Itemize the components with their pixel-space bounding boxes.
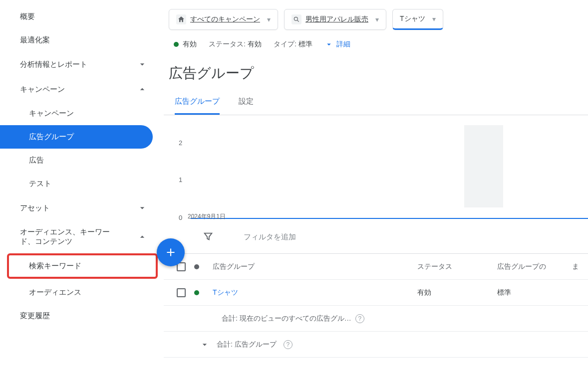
filter-placeholder: フィルタを追加 [244,232,296,242]
breadcrumb-adgroup[interactable]: Tシャツ ▾ [392,9,443,30]
nav-sub-ads[interactable]: 広告 [0,149,160,172]
nav-label: テスト [29,179,51,189]
filter-icon [203,231,214,243]
nav-label: オーディエンス [29,288,81,297]
status-label: ステータス: [209,40,246,49]
table-summary-row: 合計: 現在のビューのすべての広告グル… ? [164,306,588,332]
nav-sub-tests[interactable]: テスト [0,172,160,195]
help-icon[interactable]: ? [284,340,293,349]
details-link[interactable]: 詳細 [324,40,350,49]
fab-container [157,238,185,266]
nav-sub-search-keywords[interactable]: 検索キーワード [7,253,158,279]
nav-label: キャンペーン [20,85,65,94]
breadcrumb-label: すべてのキャンペーン [190,15,260,24]
nav-label: アセット [20,203,50,213]
status-dot-icon [194,290,199,295]
nav-recommendations[interactable]: 最適化案 [0,28,160,52]
home-icon [176,14,186,24]
nav-assets[interactable]: アセット [0,195,160,220]
nav-label: 変更履歴 [20,311,50,321]
nav-insights[interactable]: 分析情報とレポート [0,52,160,77]
nav-overview[interactable]: 概要 [0,5,160,28]
main-content: すべてのキャンペーン ▾ 男性用アパレル販売 ▾ Tシャツ ▾ 有効 ステータス… [160,0,588,386]
svg-point-0 [294,17,297,20]
breadcrumb-all-campaigns[interactable]: すべてのキャンペーン ▾ [169,9,278,30]
status-dot-icon [194,264,199,269]
breadcrumb-campaign[interactable]: 男性用アパレル販売 ▾ [284,9,386,30]
chevron-down-icon [137,59,148,70]
col-adgroup[interactable]: 広告グループ [209,262,417,271]
nav-audiences[interactable]: オーディエンス、キーワード、コンテンツ [0,220,160,253]
caret-down-icon: ▾ [267,15,271,23]
type-label: タイプ: [274,40,296,49]
nav-label: 分析情報とレポート [20,60,87,69]
status-type: タイプ:標準 [274,40,312,49]
adgroup-link[interactable]: Tシャツ [213,288,238,296]
nav-label: 最適化案 [20,35,50,45]
chevron-down-icon [137,202,148,213]
row-type: 標準 [497,288,572,297]
table-header-row: 広告グループ ステータス 広告グループの ま [164,254,588,280]
nav-sub-audiences[interactable]: オーディエンス [0,281,160,304]
nav-label: 検索キーワード [29,261,81,271]
status-status: ステータス:有効 [209,40,262,49]
breadcrumb: すべてのキャンペーン ▾ 男性用アパレル販売 ▾ Tシャツ ▾ [164,0,588,33]
chevron-up-icon [137,84,148,95]
chart-area: 2 1 0 2024年9月1日 [164,115,588,220]
nav-label: 広告 [29,156,44,165]
type-value: 標準 [298,40,312,49]
tab-settings[interactable]: 設定 [239,90,254,115]
summary-label: 合計: 広告グループ [217,340,277,349]
nav-label: 概要 [20,12,35,21]
col-status[interactable]: ステータス [417,262,497,271]
search-icon [292,14,301,24]
col-last[interactable]: ま [572,262,588,271]
caret-down-icon: ▾ [375,15,379,23]
x-axis-label: 2024年9月1日 [188,212,226,221]
details-label: 詳細 [336,40,350,49]
tab-adgroups[interactable]: 広告グループ [175,90,220,115]
y-tick: 0 [179,214,182,221]
add-button[interactable] [157,238,185,266]
tab-bar: 広告グループ 設定 [164,90,588,115]
breadcrumb-label: Tシャツ [400,14,425,23]
page-title: 広告グループ [164,53,588,90]
nav-sub-campaigns[interactable]: キャンペーン [0,102,160,125]
plus-icon [164,246,177,259]
chevron-up-icon [137,231,148,242]
nav-label: 広告グループ [29,132,74,142]
row-status: 有効 [417,288,497,297]
filter-bar[interactable]: フィルタを追加 [164,220,588,253]
y-tick: 2 [179,139,182,147]
nav-label: キャンペーン [29,109,74,118]
nav-change-history[interactable]: 変更履歴 [0,304,160,328]
status-row: 有効 ステータス:有効 タイプ:標準 詳細 [164,33,588,53]
nav-sub-adgroups[interactable]: 広告グループ [0,125,153,149]
status-text: 有効 [183,40,197,49]
chart-series-line [191,218,588,219]
nav-campaigns[interactable]: キャンペーン [0,77,160,102]
nav-label: オーディエンス、キーワード、コンテンツ [20,227,120,246]
data-table: 広告グループ ステータス 広告グループの ま Tシャツ 有効 標準 合計: 現在… [164,253,588,358]
col-type[interactable]: 広告グループの [497,262,572,271]
caret-down-icon: ▾ [432,15,436,23]
summary-label: 合計: 現在のビューのすべての広告グル… [222,314,351,323]
y-tick: 1 [179,176,182,184]
breadcrumb-label: 男性用アパレル販売 [305,15,368,24]
table-row[interactable]: Tシャツ 有効 標準 [164,280,588,306]
table-summary-row: 合計: 広告グループ ? [164,332,588,358]
status-value: 有効 [248,40,262,49]
row-checkbox[interactable] [177,288,186,297]
chevron-down-icon [324,40,333,49]
status-dot-icon [174,42,179,47]
sidebar: 概要 最適化案 分析情報とレポート キャンペーン キャンペーン 広告グループ 広… [0,0,160,386]
help-icon[interactable]: ? [355,314,364,323]
status-enabled: 有効 [174,40,197,49]
chevron-down-icon[interactable] [200,340,210,350]
chart-highlight-band [464,125,503,207]
